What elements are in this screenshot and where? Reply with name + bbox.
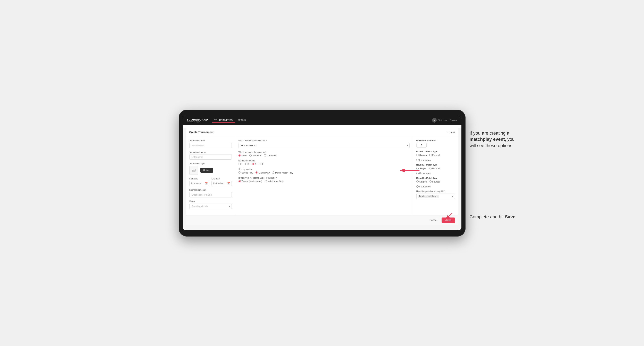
round2-match-type-section: Round 2 - Match Type Singles Fourball (416, 164, 455, 174)
round2-label: Round 2 - Match Type (416, 164, 455, 166)
max-team-size-label: Maximum Team Size (416, 140, 455, 142)
gender-womens-option[interactable]: Womens (249, 154, 261, 157)
arrow-top (397, 166, 422, 174)
right-column: Maximum Team Size Round 1 - Match Type S… (413, 136, 458, 215)
round1-fourball-radio[interactable] (429, 154, 432, 156)
gender-combined-radio[interactable] (264, 154, 266, 157)
tournament-name-input[interactable] (189, 154, 232, 160)
tab-tournaments[interactable]: TOURNAMENTS (212, 118, 234, 123)
nav-tabs: TOURNAMENTS TEAMS (212, 118, 428, 123)
scoring-radio-group: Stroke Play Match Play Medal Match Play (238, 172, 410, 174)
teams-individuals-label: Teams (+Individuals) (242, 180, 262, 182)
round-3-option[interactable]: 3 (252, 163, 256, 165)
chevron-down-icon: ▾ (452, 195, 453, 197)
round3-label: Round 3 - Match Type (416, 177, 455, 179)
round-2-option[interactable]: 2 (245, 163, 250, 165)
sponsor-input[interactable] (189, 192, 232, 197)
round-2-radio[interactable] (245, 163, 248, 165)
round-4-option[interactable]: 4 (259, 163, 263, 165)
sign-out-link[interactable]: Sign out (450, 119, 457, 121)
round1-foursomes-radio[interactable] (416, 159, 418, 161)
rounds-radio-group: 1 2 3 (238, 163, 410, 165)
third-party-tag: Leaderboard King × (418, 195, 439, 198)
round-1-radio[interactable] (238, 163, 241, 165)
calendar-icon: 📅 (205, 182, 208, 185)
round3-singles-option[interactable]: Singles (416, 180, 427, 183)
individuals-only-option[interactable]: Individuals Only (265, 180, 284, 182)
teams-individuals-radio[interactable] (238, 180, 241, 182)
round2-fourball-option[interactable]: Fourball (429, 167, 440, 170)
tournament-logo-label: Tournament logo (189, 163, 232, 165)
annotation-top: If you are creating a matchplay event, y… (470, 130, 519, 149)
tab-teams[interactable]: TEAMS (236, 118, 248, 123)
scoring-label: Scoring system (238, 168, 410, 171)
logo-area: Upload (189, 166, 232, 175)
form-header: Create Tournament ← Back (186, 128, 458, 136)
remove-tag-icon[interactable]: × (436, 195, 438, 197)
sponsor-group: Sponsor (optional) (189, 189, 232, 197)
max-team-size-input[interactable] (416, 143, 426, 148)
medal-match-play-option[interactable]: Medal Match Play (272, 172, 293, 174)
division-select[interactable]: NCAA Division I (238, 143, 410, 148)
round2-fourball-label: Fourball (432, 167, 440, 170)
gender-mens-option[interactable]: Mens (238, 154, 247, 157)
round3-match-type-section: Round 3 - Match Type Singles Fourball (416, 177, 455, 188)
form-container: Create Tournament ← Back Tournament Host (186, 128, 458, 225)
end-date-label: End date (212, 177, 232, 180)
round1-foursomes-option[interactable]: Foursomes (416, 159, 431, 161)
round1-fourball-option[interactable]: Fourball (429, 154, 440, 156)
navbar-right: T Test User | Sign out (432, 118, 457, 123)
annotation-bottom: Complete and hit Save. (470, 214, 519, 220)
third-party-select[interactable]: Leaderboard King × ▾ (416, 193, 455, 199)
stroke-play-radio[interactable] (238, 172, 241, 174)
third-party-label: Use third-party live scoring API? (416, 190, 455, 192)
gender-combined-option[interactable]: Combined (264, 154, 277, 157)
round3-foursomes-radio[interactable] (416, 185, 418, 188)
third-party-value: Leaderboard King (420, 195, 436, 197)
round-1-option[interactable]: 1 (238, 163, 243, 165)
calendar-icon-end: 📅 (227, 182, 230, 185)
round1-singles-radio[interactable] (416, 154, 418, 156)
logo-placeholder (189, 166, 198, 175)
round1-label: Round 1 - Match Type (416, 150, 455, 153)
round1-match-type-section: Round 1 - Match Type Singles Fourball (416, 150, 455, 161)
round-3-radio[interactable] (252, 163, 254, 165)
stroke-play-option[interactable]: Stroke Play (238, 172, 253, 174)
round3-singles-label: Singles (420, 180, 427, 183)
start-date-wrapper: 📅 (189, 181, 210, 186)
form-title: Create Tournament (189, 131, 214, 134)
gender-mens-radio[interactable] (238, 154, 241, 157)
round3-singles-radio[interactable] (416, 180, 418, 183)
gender-womens-radio[interactable] (249, 154, 252, 157)
round2-fourball-radio[interactable] (429, 167, 432, 170)
tournament-host-input[interactable] (189, 143, 232, 148)
round2-radio-group: Singles Fourball Foursomes (416, 167, 455, 174)
back-button[interactable]: ← Back (447, 131, 455, 133)
venue-group: Venue (189, 200, 232, 209)
teams-individuals-option[interactable]: Teams (+Individuals) (238, 180, 262, 182)
round1-singles-option[interactable]: Singles (416, 154, 427, 156)
gender-group: Which gender is the event for? Mens Wome… (238, 151, 410, 157)
round3-fourball-label: Fourball (432, 180, 440, 183)
middle-column: Which division is the event for? NCAA Di… (235, 136, 413, 215)
round1-fourball-label: Fourball (432, 154, 440, 156)
round-4-radio[interactable] (259, 163, 261, 165)
round1-singles-label: Singles (420, 154, 427, 156)
match-play-radio[interactable] (256, 172, 258, 174)
individuals-only-radio[interactable] (265, 180, 267, 182)
tournament-logo-group: Tournament logo (189, 163, 232, 175)
round3-foursomes-option[interactable]: Foursomes (416, 185, 431, 188)
medal-match-play-radio[interactable] (272, 172, 274, 174)
round3-fourball-radio[interactable] (429, 180, 432, 183)
round-1-label: 1 (242, 163, 243, 165)
upload-button[interactable]: Upload (200, 168, 213, 173)
brand-logo: SCOREBOARD Powered by clippit (187, 118, 208, 122)
round3-fourball-option[interactable]: Fourball (429, 180, 440, 183)
start-date-group: Start date 📅 (189, 177, 210, 186)
round-3-label: 3 (255, 163, 256, 165)
match-play-option[interactable]: Match Play (256, 172, 270, 174)
rounds-label: Number of rounds (238, 160, 410, 162)
end-date-wrapper: 📅 (212, 181, 232, 186)
round-4-label: 4 (262, 163, 263, 165)
venue-input[interactable] (189, 204, 232, 209)
